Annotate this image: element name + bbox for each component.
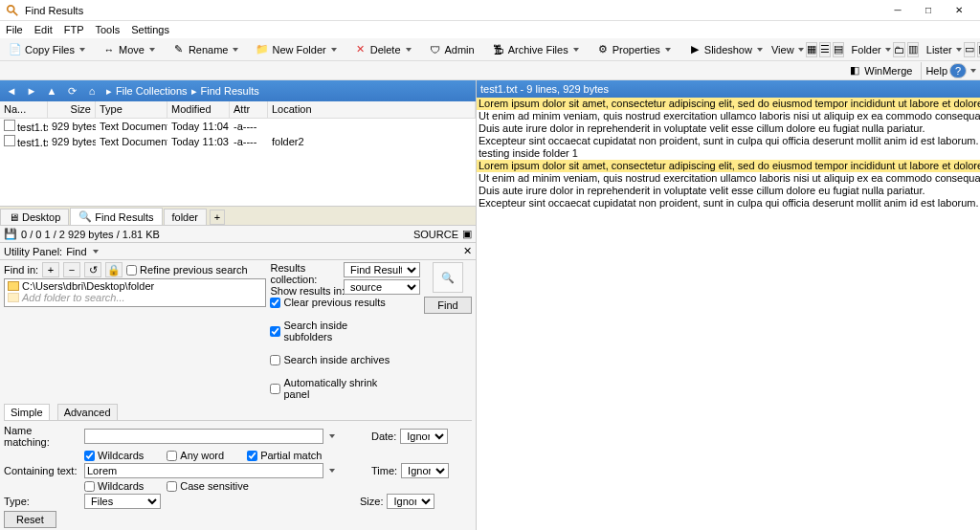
menu-edit[interactable]: Edit	[34, 24, 53, 35]
preview-line: Lorem ipsum dolor sit amet, consectetur …	[477, 160, 980, 172]
preview-line: Ut enim ad minim veniam, quis nostrud ex…	[477, 172, 980, 185]
admin-button[interactable]: 🛡Admin	[424, 40, 479, 59]
clear-results-checkbox[interactable]: Clear previous results	[270, 297, 397, 308]
new-tab-button[interactable]: +	[210, 210, 225, 225]
find-button[interactable]: Find	[424, 297, 472, 314]
col-location[interactable]: Location	[268, 101, 476, 118]
name-matching-input[interactable]	[84, 429, 323, 444]
results-collection-select[interactable]: Find Results	[344, 262, 420, 277]
add-folder-button[interactable]: +	[42, 262, 59, 277]
close-button[interactable]: ✕	[944, 1, 974, 20]
wildcards-checkbox[interactable]: Wildcards	[84, 450, 144, 461]
move-button[interactable]: ↔Move	[98, 40, 160, 59]
file-list[interactable]: Na... Size Type Modified Attr Location t…	[0, 101, 476, 206]
properties-button[interactable]: ⚙Properties	[591, 40, 676, 59]
menu-ftp[interactable]: FTP	[64, 24, 84, 35]
wildcards2-checkbox[interactable]: Wildcards	[84, 480, 144, 492]
copy-files-button[interactable]: 📄Copy Files	[4, 40, 90, 59]
archive-button[interactable]: 🗜Archive Files	[487, 40, 584, 59]
file-row[interactable]: test1.txt 929 bytesText Document Today 1…	[0, 134, 476, 149]
folder-icon	[8, 281, 19, 291]
simple-tab[interactable]: Simple	[4, 404, 50, 420]
tab-folder[interactable]: folder	[164, 209, 208, 225]
breadcrumb-1[interactable]: File Collections	[116, 85, 188, 97]
show-results-select[interactable]: source	[344, 279, 420, 295]
file-row[interactable]: test1.txt 929 bytesText Document Today 1…	[0, 119, 476, 134]
advanced-tab[interactable]: Advanced	[57, 404, 118, 420]
help-icon[interactable]: ?	[949, 63, 967, 78]
magnifier-icon: 🔍	[433, 262, 463, 293]
reset-button[interactable]: Reset	[4, 511, 56, 528]
status-bar: 💾 0 / 0 1 / 2 929 bytes / 1.81 KB SOURCE…	[0, 225, 476, 242]
find-panel: Find in: + − ↺ 🔒 Refine previous search …	[0, 259, 476, 530]
menu-tools[interactable]: Tools	[95, 24, 120, 35]
col-type[interactable]: Type	[96, 101, 167, 118]
document-icon	[4, 135, 15, 146]
maximize-button[interactable]: □	[913, 1, 944, 20]
refine-checkbox[interactable]: Refine previous search	[126, 264, 248, 276]
tab-desktop[interactable]: 🖥Desktop	[0, 209, 69, 225]
breadcrumb-2[interactable]: Find Results	[201, 85, 259, 97]
secondary-toolbar: ◧WinMerge Help ?	[0, 61, 980, 80]
winmerge-button[interactable]: ◧WinMerge	[843, 61, 917, 80]
type-select[interactable]: Files	[84, 494, 161, 509]
preview-body[interactable]: Lorem ipsum dolor sit amet, consectetur …	[477, 98, 980, 530]
menubar: File Edit FTP Tools Settings	[0, 21, 980, 38]
col-size[interactable]: Size	[48, 101, 96, 118]
archives-checkbox[interactable]: Search inside archives	[270, 354, 397, 365]
close-panel-icon[interactable]: ✕	[463, 245, 472, 257]
folder-dual-button[interactable]: ▥	[907, 42, 919, 57]
delete-button[interactable]: ✕Delete	[349, 40, 416, 59]
nav-up-button[interactable]: ▲	[42, 82, 61, 99]
containing-input[interactable]	[84, 463, 323, 478]
preview-header: test1.txt - 9 lines, 929 bytes ↶ ↷ ⤢ # ⚙…	[477, 80, 980, 98]
view-list-button[interactable]: ☰	[819, 42, 831, 57]
search-folders-list[interactable]: C:\Users\dbri\Desktop\folder Add folder …	[4, 278, 266, 307]
nav-refresh-button[interactable]: ⟳	[62, 82, 81, 99]
col-name[interactable]: Na...	[0, 101, 48, 118]
shrink-checkbox[interactable]: Automatically shrink panel	[270, 377, 397, 400]
size-select[interactable]: Ignore	[387, 494, 434, 509]
preview-line: Lorem ipsum dolor sit amet, consectetur …	[477, 98, 980, 110]
window-title: Find Results	[25, 5, 83, 16]
breadcrumb-bar: ◄ ► ▲ ⟳ ⌂ ▸File Collections ▸Find Result…	[0, 80, 476, 101]
help-label[interactable]: Help	[925, 65, 947, 77]
view-details-button[interactable]: ▤	[833, 42, 844, 57]
view-grid-button[interactable]: ▦	[806, 42, 817, 57]
utility-label: Utility Panel:	[4, 246, 62, 257]
titlebar: Find Results ─ □ ✕	[0, 0, 980, 21]
casesens-checkbox[interactable]: Case sensitive	[167, 480, 249, 492]
folder-label: Folder	[852, 44, 881, 55]
rename-button[interactable]: ✎Rename	[167, 40, 244, 59]
partial-checkbox[interactable]: Partial match	[247, 450, 322, 461]
lock-folders-button[interactable]: 🔒	[105, 262, 122, 277]
remove-folder-button[interactable]: −	[63, 262, 80, 277]
status-mode: SOURCE	[413, 229, 458, 240]
view-label: View	[771, 44, 794, 55]
date-select[interactable]: Ignore	[400, 429, 448, 444]
time-select[interactable]: Ignore	[401, 463, 449, 478]
utility-mode[interactable]: Find	[66, 246, 86, 257]
preview-line: Excepteur sint occaecat cupidatat non pr…	[477, 135, 980, 147]
menu-settings[interactable]: Settings	[131, 24, 169, 35]
nav-back-button[interactable]: ◄	[2, 82, 21, 99]
time-label: Time:	[371, 465, 397, 476]
anyword-checkbox[interactable]: Any word	[167, 450, 224, 461]
col-modified[interactable]: Modified	[167, 101, 230, 118]
nav-home-button[interactable]: ⌂	[82, 82, 101, 99]
new-folder-button[interactable]: 📁New Folder	[251, 40, 341, 59]
slideshow-button[interactable]: ▶Slideshow	[683, 40, 768, 59]
status-text: 0 / 0 1 / 2 929 bytes / 1.81 KB	[21, 229, 160, 240]
menu-file[interactable]: File	[6, 24, 23, 35]
main-toolbar: 📄Copy Files ↔Move ✎Rename 📁New Folder ✕D…	[0, 38, 980, 61]
folder-tree-button[interactable]: 🗀	[893, 42, 905, 57]
subfolders-checkbox[interactable]: Search inside subfolders	[270, 320, 397, 342]
lister-1-button[interactable]: ▭	[964, 42, 975, 57]
col-attr[interactable]: Attr	[230, 101, 268, 118]
tab-find-results[interactable]: 🔍Find Results	[70, 208, 162, 225]
preview-line: Duis aute irure dolor in reprehenderit i…	[477, 185, 980, 197]
minimize-button[interactable]: ─	[882, 1, 913, 20]
nav-fwd-button[interactable]: ►	[22, 82, 41, 99]
reset-folders-button[interactable]: ↺	[84, 262, 101, 277]
chevron-down-icon	[79, 48, 85, 52]
